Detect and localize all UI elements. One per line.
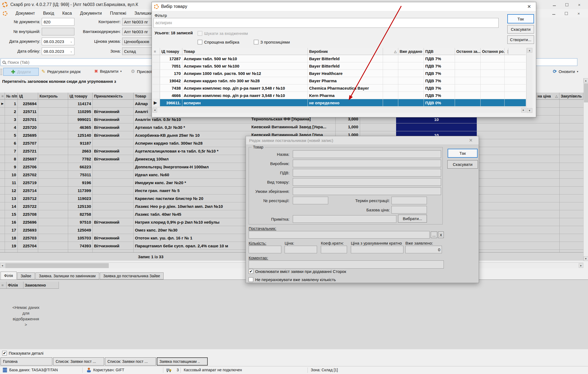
menu-exit[interactable]: Вихід <box>43 11 54 16</box>
column-header-added[interactable]: Вже додано <box>398 48 424 55</box>
view-button-main[interactable]: Головна <box>1 357 52 366</box>
simple-select-checkbox[interactable]: Спрощена вибірка <box>198 40 239 44</box>
product-row[interactable]: 4666 Аспирин комплекс пор. д/п р-ра паке… <box>152 92 526 99</box>
checkbox-checked-icon[interactable] <box>249 269 253 274</box>
supplier-clear-button[interactable]: X <box>438 232 444 238</box>
menu-document[interactable]: Документ <box>16 11 35 16</box>
checkbox-icon[interactable] <box>254 40 258 44</box>
tab-filia[interactable]: Філія <box>1 272 17 279</box>
filter-input[interactable] <box>153 18 499 28</box>
with-offers-checkbox[interactable]: З пропозиціями <box>254 40 290 44</box>
menu-documents[interactable]: Документи <box>80 11 102 16</box>
product-row[interactable]: 17287 Аспирин табл. 500 мг №10 Bayer Bit… <box>152 55 526 62</box>
scrollbar-thumb[interactable] <box>584 83 588 102</box>
base-price-field[interactable] <box>391 206 427 214</box>
edit-row-button[interactable]: ✎Редагувати рядок <box>41 69 81 74</box>
cancel-button[interactable]: Скасувати <box>507 25 534 34</box>
checkbox-icon[interactable] <box>198 31 202 36</box>
toolbar-grip-icon[interactable] <box>1 69 2 75</box>
product-row[interactable]: 19042 Аспирин кардио табл. п/о 300 мг №2… <box>152 77 526 84</box>
close-icon[interactable]: × <box>577 2 582 7</box>
storage-field[interactable] <box>293 187 441 195</box>
doc-date-combo[interactable]: 08.03.2023⌄ <box>42 38 74 45</box>
column-header-last1[interactable]: Остання за... <box>455 48 481 55</box>
already-field[interactable]: 0 <box>405 246 442 253</box>
close-icon[interactable]: ✕ <box>466 138 475 143</box>
child-restore-icon[interactable] <box>563 11 569 16</box>
no-recalc-checkbox[interactable]: Не перераховувати вже заявлену кількість <box>249 277 336 282</box>
supplier-browse-button[interactable]: ... <box>431 232 437 238</box>
cancel-button[interactable]: Скасувати <box>447 160 478 169</box>
product-row[interactable]: ▶ 396611. аспирин не определено ПДВ 0% <box>152 99 526 107</box>
ok-button[interactable]: Так <box>507 14 534 23</box>
internal-number-field[interactable] <box>42 28 74 35</box>
refresh-button[interactable]: ⟳Оновити▾ <box>553 69 578 74</box>
menu-stock[interactable]: Залишки <box>134 11 152 16</box>
tab-zaive[interactable]: Зайве <box>17 272 35 279</box>
acc-date-combo[interactable]: 08.03.2023⌄ <box>42 47 74 55</box>
comment-field[interactable] <box>249 260 444 269</box>
dialog-horizontal-scrollbar[interactable]: ◄ ► <box>152 107 526 113</box>
show-details-checkbox[interactable]: Показувати деталі <box>2 351 43 355</box>
scroll-left-icon[interactable]: ◄ <box>152 108 157 112</box>
scroll-right-icon[interactable]: ► <box>521 108 526 112</box>
column-header-id[interactable]: ІД товару <box>160 48 182 55</box>
scroll-down-icon[interactable]: ▼ <box>584 256 588 261</box>
coef-field[interactable] <box>321 246 347 253</box>
search-entry-checkbox[interactable]: Шукати за входженням <box>198 31 248 36</box>
vertical-scrollbar[interactable]: ▲ ▼ <box>583 78 588 261</box>
product-row[interactable]: 7438 Аспирин комплекс пор. д/п р-ра паке… <box>152 84 526 92</box>
view-button-list1[interactable]: Список: Заявки пост ... <box>53 357 104 366</box>
child-close-icon[interactable]: × <box>576 11 581 16</box>
close-icon[interactable]: ✕ <box>524 4 534 10</box>
scroll-left-icon[interactable]: ◄ <box>0 263 5 268</box>
scroll-right-icon[interactable]: ► <box>579 263 583 268</box>
menu-payments[interactable]: Платежі <box>110 11 126 16</box>
scroll-up-icon[interactable]: ▲ <box>584 78 588 83</box>
customize-icon[interactable]: ⋮ <box>505 48 508 55</box>
create-button[interactable]: Створити... <box>507 35 534 44</box>
column-header-vat[interactable]: ПДВ <box>424 48 455 55</box>
add-button[interactable]: ✚Додати <box>3 68 39 76</box>
vat-field[interactable] <box>293 169 441 177</box>
checkbox-icon[interactable] <box>198 40 202 44</box>
ok-button[interactable]: Так <box>448 149 478 158</box>
tab-postachalnyk[interactable]: Заявка до постачальника Зайве <box>100 272 164 279</box>
column-header-price[interactable]: на ціна△ <box>536 93 559 100</box>
note-field[interactable] <box>293 215 396 223</box>
assign-button[interactable]: ⚙Присвоїт <box>131 69 154 74</box>
column-header-filia[interactable]: Філія <box>7 282 23 289</box>
column-header-prynal[interactable]: Приналежність <box>93 93 134 100</box>
column-header-name[interactable]: Товар <box>182 48 308 55</box>
checkbox-icon[interactable] <box>249 277 253 282</box>
scrollbar-thumb[interactable] <box>5 263 109 268</box>
qty-field[interactable] <box>249 246 281 253</box>
choose-button[interactable]: Вибрати... <box>398 215 427 223</box>
name-field[interactable] <box>293 150 441 158</box>
product-row[interactable]: 7051 Аспирин табл. 500 мг №100 Bayer Bit… <box>152 62 526 70</box>
supplier-field[interactable] <box>249 231 430 239</box>
menu-kasa[interactable]: Каса <box>62 11 72 16</box>
maximize-icon[interactable] <box>564 2 569 7</box>
view-button-request[interactable]: Заявка поставщикам .. <box>157 357 208 366</box>
column-header-tovar-id[interactable]: ІД товару <box>68 93 93 100</box>
scroll-down-icon[interactable]: ▼ <box>527 108 532 113</box>
maker-field[interactable] <box>293 160 441 167</box>
child-minimize-icon[interactable] <box>551 11 556 16</box>
kind-field[interactable] <box>293 178 441 186</box>
scroll-up-icon[interactable]: ▲ <box>527 48 532 53</box>
tab-zalyshky[interactable]: Заявка. Залишки по замінникам <box>35 272 99 279</box>
price-mult-field[interactable] <box>351 246 403 253</box>
column-header-maker[interactable]: Виробник <box>308 48 383 55</box>
column-header-zamovleno[interactable]: Замовлено <box>23 282 59 289</box>
delete-button[interactable]: ✖Видалити▾ <box>94 69 122 74</box>
column-header-id[interactable]: ІД <box>18 93 38 100</box>
column-header-empty[interactable]: △ <box>383 48 398 55</box>
column-header-npp[interactable]: № п/п <box>5 93 18 100</box>
column-header-last2[interactable]: Остання ро... <box>481 48 505 55</box>
view-button-list2[interactable]: Список: Заявки пост ... <box>105 357 156 366</box>
column-header-control[interactable]: Контроль <box>38 93 68 100</box>
dialog-vertical-scrollbar[interactable]: ▲ ▼ <box>526 48 532 113</box>
reg-number-field[interactable] <box>293 197 328 204</box>
product-row[interactable]: 170 Аспирин 1000 табл. раств. 500 мг №12… <box>152 70 526 77</box>
